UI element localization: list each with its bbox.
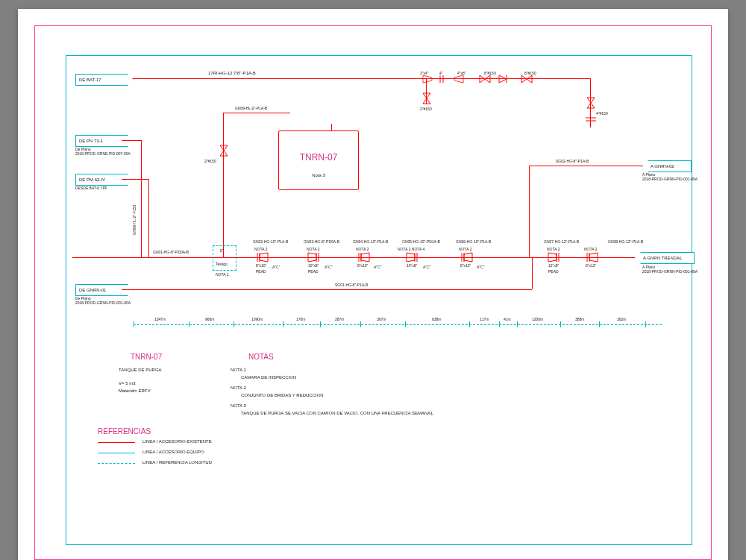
- distance-label: 1347m: [154, 317, 166, 321]
- page: 17RI-HG-12 7/8"-P1A-B 3"x4" 4" 4"x8" 8"#…: [0, 0, 746, 560]
- tank-id: TNRN-07: [279, 152, 358, 163]
- distance-baseline: [134, 324, 662, 325]
- tag-a-gnrn-trendal: A GNRN TRENDAL: [635, 252, 695, 264]
- tag-de-pn-73: DE PN 73-1: [75, 135, 134, 147]
- top-line: [123, 78, 590, 79]
- svg-marker-10: [423, 93, 430, 98]
- tag-sub: 2018-PROD-GRNN-PID-001-00A: [75, 301, 131, 305]
- right-branch-label: SG02-HG-8"-P1A-B: [556, 159, 589, 163]
- svg-marker-27: [407, 253, 415, 262]
- sheet: 17RI-HG-12 7/8"-P1A-B 3"x4" 4" 4"x8" 8"#…: [18, 9, 728, 560]
- distance-label: 117m: [480, 317, 489, 321]
- tag-label: DE PN 73-1: [79, 139, 103, 143]
- reducer-icon: [423, 75, 432, 83]
- distance-tick: [405, 321, 406, 327]
- legend-line-cyan: [98, 453, 135, 453]
- tag-sub: 2018-PROD-GRNN-PID-001-00A: [642, 177, 698, 181]
- stub-pm62: [122, 179, 148, 180]
- seg-tag: GN07-HG-12"-P1A-B: [544, 239, 579, 244]
- ref-1: LINEA / ACCESORIO EXISTENTE: [142, 439, 212, 444]
- svg-marker-16: [220, 145, 228, 151]
- tank-nozzle: [331, 124, 332, 131]
- svg-marker-26: [361, 253, 369, 262]
- distance-tick: [360, 321, 361, 327]
- top-drop1-size: 2"#150: [420, 107, 432, 111]
- seg-size: 8"x10": [256, 263, 266, 268]
- svg-marker-32: [464, 253, 472, 262]
- distance-tick: [645, 321, 646, 327]
- seg-note: NOTA 2: [584, 247, 597, 251]
- drop-pm62: [148, 179, 149, 257]
- nota-1-header: NOTA 1: [231, 368, 246, 372]
- legend-line-red: [98, 442, 135, 443]
- seg-tag: GN05-HG-10"-PD1A-B: [402, 239, 440, 244]
- seg-size: 10"x8": [308, 263, 319, 268]
- seg-size: 8"x10": [357, 263, 368, 268]
- distance-tick: [283, 321, 283, 327]
- svg-marker-6: [499, 75, 507, 83]
- seg-note: NOTA 2: [459, 247, 471, 251]
- tag-sub: DESDE BAT-6 YPF: [75, 186, 107, 190]
- seg-flag: A"C": [423, 265, 431, 269]
- ref-2: LINEA / ACCESORIO EQUIPO: [142, 450, 204, 454]
- info-mat: Material= ERFV: [119, 388, 151, 393]
- tag-de-bat-17: DE BAT-17: [75, 74, 134, 86]
- nota-2-header: NOTA 2: [231, 386, 246, 390]
- distance-tick: [469, 321, 470, 327]
- drop-pn73: [141, 140, 142, 257]
- tank-feed-h: [223, 113, 290, 113]
- flange-icon: [586, 116, 596, 123]
- svg-marker-38: [589, 253, 598, 262]
- distance-label: 1090m: [251, 317, 263, 321]
- flange-reducer-icon: [586, 253, 598, 262]
- flange-icon: [438, 75, 445, 83]
- info-vol: V= 5 m3: [119, 381, 136, 386]
- seg-flag: A"C": [325, 265, 333, 269]
- vertical-line-label: GN09-HL-2"-F153: [132, 205, 137, 235]
- tank-feed-v: [223, 113, 224, 257]
- seg-tag: GN08-HG-12"-P1A-B: [608, 239, 643, 244]
- nota-3-header: NOTA 3: [231, 403, 246, 408]
- nota-3-text: TANQUE DE PURGA SE VACIA CON CAMION DE V…: [241, 411, 433, 415]
- ref-3: LINEA / REFERENCIA LONGITUD: [142, 460, 212, 465]
- seg-tag: GN03-HG-8"-PD0A-B: [304, 239, 339, 244]
- flange-reducer-icon: [256, 253, 268, 262]
- distance-label: 362m: [617, 317, 627, 321]
- flange-reducer-icon: [548, 253, 560, 262]
- seg-flag: A"C": [272, 265, 280, 269]
- distance-tick: [599, 321, 600, 327]
- tag-de-gnrn: DE GNRN-01: [75, 284, 134, 296]
- distance-tick: [189, 321, 189, 327]
- right-branch-h: [529, 166, 642, 166]
- seg-note: NOTA 2: [307, 247, 319, 251]
- valve-icon: [586, 98, 596, 108]
- reducer-icon: [454, 75, 463, 83]
- bottom-return: [122, 289, 532, 290]
- flange-reducer-icon: [407, 253, 419, 262]
- distance-label: 388m: [575, 317, 585, 321]
- svg-marker-4: [480, 75, 485, 83]
- testigo-note: NOTA 1: [216, 272, 228, 277]
- valve-icon: [421, 93, 432, 104]
- flange-reducer-icon: [357, 253, 369, 262]
- distance-label: 41m: [504, 317, 511, 321]
- tag-sub: 2018-PROD-GRNN-PID-001-00A: [642, 269, 698, 274]
- right-branch-v: [529, 166, 530, 257]
- main-line-start-label: GN01-HG-8"-PD0A-B: [153, 250, 189, 254]
- svg-marker-17: [220, 151, 228, 156]
- distance-tick: [320, 321, 321, 327]
- svg-marker-5: [485, 75, 490, 83]
- svg-marker-12: [587, 98, 595, 103]
- seg-note: NOTA 2: [547, 247, 560, 251]
- valve-icon: [219, 145, 229, 156]
- seg-note: NOTA 2 NOTA 4: [398, 247, 424, 251]
- tag-label: DE PM 62-IV: [79, 177, 105, 182]
- svg-marker-3: [454, 75, 463, 83]
- bottom-return-label: SG01-HG-8"-P1A-B: [335, 283, 368, 287]
- seg-flag: A"C": [477, 265, 485, 269]
- distance-label: 170m: [296, 317, 306, 321]
- distance-label: 367m: [377, 317, 386, 321]
- tank-line-label: GN09-HL-2"-P1A-B: [235, 106, 267, 110]
- svg-marker-11: [423, 98, 430, 104]
- legend-line-dashed: [98, 463, 135, 465]
